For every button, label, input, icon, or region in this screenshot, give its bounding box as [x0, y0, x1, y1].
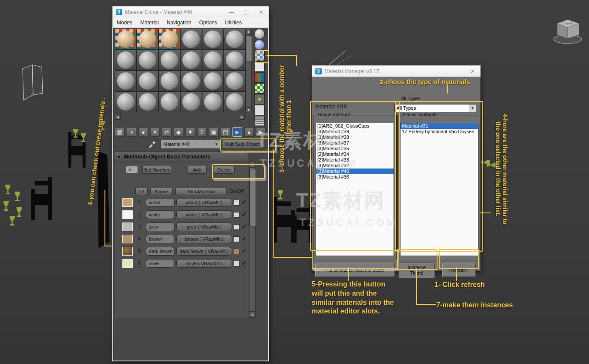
eyedropper-icon[interactable]	[148, 141, 156, 148]
material-swatch[interactable]	[224, 29, 246, 50]
reset-swatch-icon[interactable]: ✕	[150, 127, 160, 137]
sub-material-button[interactable]: grey ( VRayMtl )	[176, 222, 232, 231]
material-swatch[interactable]	[202, 71, 224, 91]
sub-material-name-field[interactable]: brown	[146, 235, 175, 243]
sub-material-button[interactable]: wood ( VRayMtl )	[176, 198, 232, 207]
menu-utilities[interactable]: Utilities	[221, 20, 246, 26]
material-swatch[interactable]	[224, 50, 246, 71]
sub-material-map-box[interactable]	[234, 236, 239, 242]
sub-material-color-swatch[interactable]	[122, 198, 133, 207]
material-swatch[interactable]	[202, 50, 224, 71]
sample-uv-tiling-icon[interactable]	[254, 61, 265, 72]
select-by-material-icon[interactable]	[254, 105, 265, 115]
sub-material-button[interactable]: brown ( VRayMtl )	[176, 235, 232, 243]
show-end-result-icon[interactable]: ▤	[221, 127, 230, 137]
material-editor-titlebar[interactable]: 3 Material Editor - Material #40 — ▢ ✕	[112, 6, 269, 17]
material-swatch[interactable]	[180, 91, 202, 112]
swatch-scroll-right[interactable]: ►	[239, 114, 245, 120]
material-swatch[interactable]	[137, 91, 158, 112]
material-swatch[interactable]	[158, 29, 180, 50]
minimize-button[interactable]: —	[224, 9, 239, 15]
sub-material-button[interactable]: olive ( VRayMtl )	[176, 259, 232, 268]
sub-material-map-box[interactable]	[234, 200, 239, 206]
material-swatch[interactable]	[115, 71, 137, 91]
sub-material-color-swatch[interactable]	[122, 235, 133, 243]
material-map-navigator-icon[interactable]	[254, 116, 265, 126]
backlight-icon[interactable]	[254, 40, 265, 50]
sample-type-sphere-icon[interactable]	[254, 29, 265, 39]
material-swatch[interactable]	[137, 29, 158, 50]
sub-material-button[interactable]: white ( VRayMtl )	[176, 210, 232, 219]
menu-navigation[interactable]: Navigation	[163, 20, 195, 26]
material-swatch[interactable]	[115, 29, 137, 50]
material-swatch[interactable]	[180, 29, 202, 50]
swatch-scroll-up[interactable]: ▲	[246, 29, 252, 34]
material-swatch[interactable]	[158, 71, 180, 91]
close-button[interactable]: ✕	[465, 68, 480, 74]
pin-stack-icon[interactable]: ►	[232, 127, 242, 137]
sub-material-color-swatch[interactable]	[122, 210, 133, 219]
sub-material-color-swatch[interactable]	[122, 222, 133, 231]
get-material-icon[interactable]: ▦	[115, 127, 125, 137]
sub-material-name-field[interactable]: dark brown	[146, 247, 175, 256]
show-map-icon[interactable]: ▣	[209, 127, 219, 137]
column-header-name[interactable]: Name	[150, 188, 173, 195]
material-swatch[interactable]	[158, 50, 180, 71]
onoff-checkmark[interactable]: ✓	[242, 223, 247, 230]
column-header-id[interactable]: ID	[135, 188, 148, 195]
material-id-channel-icon[interactable]: 0	[197, 127, 207, 137]
material-swatch[interactable]	[137, 50, 158, 71]
video-color-check-icon[interactable]	[254, 72, 265, 83]
swatch-scroll-down[interactable]: ▼	[246, 107, 252, 112]
material-swatch[interactable]	[137, 71, 158, 91]
put-to-scene-icon[interactable]: ◑	[127, 127, 136, 137]
menu-material[interactable]: Material	[136, 20, 163, 26]
material-swatch[interactable]	[180, 71, 202, 91]
sub-material-map-box[interactable]	[234, 224, 239, 230]
sub-material-name-field[interactable]: olive	[146, 259, 175, 268]
material-swatch[interactable]	[202, 91, 224, 112]
material-swatch[interactable]	[158, 91, 180, 112]
onoff-checkmark[interactable]: ✓	[242, 211, 247, 218]
material-swatch[interactable]	[224, 71, 246, 91]
put-to-library-icon[interactable]: ▼	[185, 127, 195, 137]
menu-modes[interactable]: Modes	[113, 20, 136, 26]
swatch-scroll-left[interactable]: ◄	[115, 114, 121, 120]
material-name-dropdown[interactable]: Material #40 ▼	[160, 140, 220, 149]
sub-material-color-swatch[interactable]	[122, 247, 133, 256]
make-unique-icon[interactable]: ◆	[174, 127, 183, 137]
rollout-header-multi-sub-object[interactable]: ▼Multi/Sub-Object Basic Parameters	[114, 152, 248, 161]
sub-material-button[interactable]: dark brown ( VRayMtl )	[176, 247, 232, 256]
make-copy-icon[interactable]: ⇄	[162, 127, 172, 137]
material-manager-titlebar[interactable]: 3 Material Manager v3.17 ✕	[312, 65, 481, 77]
material-swatch[interactable]	[224, 91, 246, 112]
onoff-checkmark[interactable]: ✓	[242, 260, 247, 266]
onoff-checkmark[interactable]: ✓	[242, 235, 247, 242]
maximize-button[interactable]: ▢	[239, 9, 254, 15]
go-to-parent-icon[interactable]: ▲	[244, 127, 254, 137]
menu-options[interactable]: Options	[195, 20, 221, 26]
params-scroll-down[interactable]: ▼	[249, 312, 256, 318]
sub-material-name-field[interactable]: white	[146, 210, 175, 219]
set-number-value-field[interactable]: 6	[126, 166, 138, 173]
material-swatch[interactable]	[115, 91, 137, 112]
close-button[interactable]: ✕	[254, 9, 269, 15]
sub-material-map-box[interactable]	[234, 249, 239, 254]
column-header-sub-material[interactable]: Sub-Material	[175, 188, 227, 195]
assign-to-selection-icon[interactable]: ●	[138, 127, 148, 137]
sub-material-map-box[interactable]	[234, 261, 239, 266]
onoff-checkmark[interactable]: ✓	[242, 247, 247, 254]
set-number-button[interactable]: Set Number	[142, 166, 171, 174]
add-button[interactable]: Add	[188, 166, 207, 174]
sub-material-map-box[interactable]	[234, 212, 239, 218]
material-swatch[interactable]	[115, 50, 137, 71]
material-swatch[interactable]	[202, 29, 224, 50]
sub-material-name-field[interactable]: grey	[146, 222, 175, 231]
make-preview-icon[interactable]	[254, 83, 265, 94]
sub-material-name-field[interactable]: wood	[146, 198, 175, 207]
material-swatch[interactable]	[180, 50, 202, 71]
sub-material-color-swatch[interactable]	[122, 259, 133, 268]
options-icon[interactable]: ✦	[254, 94, 265, 104]
onoff-checkmark[interactable]: ✓	[242, 199, 247, 206]
swatch-scroll-thumb[interactable]	[246, 35, 252, 61]
